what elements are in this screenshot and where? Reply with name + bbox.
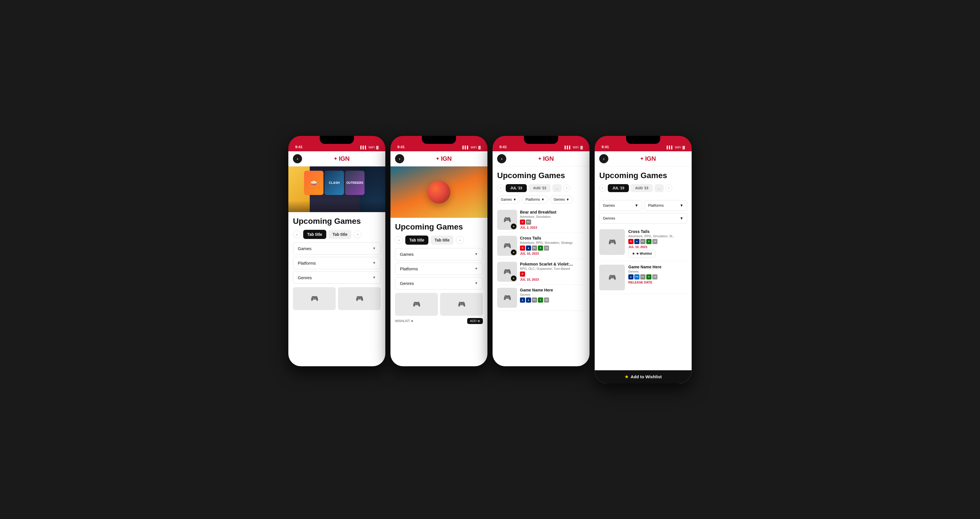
date-tab-aug-4[interactable]: AUG '23: [631, 184, 653, 192]
back-button-3[interactable]: ›: [497, 154, 506, 163]
status-bar-3: 9:41 ▌▌▌ WiFi ▓: [493, 136, 590, 151]
tab-1-inactive[interactable]: Tab title: [329, 230, 352, 239]
page-title-1: Upcoming Games: [293, 217, 381, 226]
filters-stacked-4: Games ▼ Platforms ▼ Genres ▼: [595, 200, 692, 224]
date-next-3[interactable]: ›: [563, 185, 570, 192]
game-thumb-pokemon: 🎮 ★: [497, 262, 517, 282]
date-tab-aug-3[interactable]: AUG '23: [528, 184, 551, 192]
ign-star-2: ✦: [436, 156, 440, 162]
game-thumb-cross-4: 🎮: [599, 229, 625, 255]
back-button-4[interactable]: ›: [599, 154, 608, 163]
date-tab-more-4[interactable]: …: [655, 184, 664, 192]
platforms-pill-3[interactable]: Platforms ▼: [522, 196, 549, 204]
notch-3: [524, 136, 558, 144]
pt-more-c4: +2: [652, 239, 657, 244]
wishlist-text-4: ★ Wishlist: [636, 252, 652, 256]
tab-2-active[interactable]: Tab title: [405, 236, 428, 245]
game-card-2a[interactable]: 🎮: [395, 293, 438, 316]
ign-logo-2: ✦ IGN: [436, 155, 452, 163]
platform-tags-cross: N ▲ PC X +2: [520, 246, 585, 251]
date-tab-jul-4[interactable]: JUL '23: [608, 184, 629, 192]
tab-prev-1[interactable]: ‹: [293, 230, 301, 238]
tab-1-active[interactable]: Tab title: [303, 230, 326, 239]
game-genres-generic: Genres: [520, 293, 585, 296]
page-title-3: Upcoming Games: [497, 171, 585, 180]
platforms-filter-4[interactable]: Platforms ▼: [644, 200, 687, 211]
tab-2-inactive[interactable]: Tab title: [431, 236, 454, 245]
pt-ps2-g: ▲: [526, 297, 531, 303]
platforms-pill-chevron-3: ▼: [541, 198, 544, 201]
tab-next-1[interactable]: ›: [354, 230, 362, 238]
status-time-1: 9:41: [295, 145, 302, 149]
wishlist-badge-pokemon: ★: [511, 275, 517, 281]
genres-filter-4[interactable]: Genres ▼: [599, 213, 687, 224]
pt-nintendo-bear: N: [520, 220, 525, 225]
genres-filter-1[interactable]: Genres ▼: [293, 271, 381, 284]
tab-prev-2[interactable]: ‹: [395, 236, 403, 244]
release-date-cross: JUL 10, 2023: [520, 252, 585, 255]
hero-collage-1: 🥁 CLASH OUTRIDERS: [288, 166, 385, 212]
date-prev-4[interactable]: ‹: [599, 185, 606, 192]
ign-text-4: IGN: [645, 155, 656, 163]
date-tab-more-3[interactable]: …: [552, 184, 562, 192]
hero-big-2: [390, 166, 487, 218]
platforms-chevron-4: ▼: [680, 203, 683, 208]
tab-next-2[interactable]: ›: [456, 236, 464, 244]
status-time-4: 9:41: [601, 145, 609, 149]
game-list-4: 🎮 Cross Tails Adventure, RPG, Simulation…: [595, 226, 692, 294]
date-prev-3[interactable]: ‹: [497, 185, 504, 192]
list-item-pokemon[interactable]: 🎮 ★ Pokemon Scarlet & Violet:... RPG, DL…: [497, 259, 585, 285]
list-item-generic[interactable]: 🎮 Game Name Here Genres ▲ ▲ PC X +2: [497, 285, 585, 311]
back-button-1[interactable]: ›: [293, 154, 302, 163]
battery-icon-2: ▓: [478, 145, 480, 149]
game-card-generic-4[interactable]: 🎮 Game Name Here Genres ▲ PS PC X +2: [599, 261, 687, 294]
list-item-bear[interactable]: 🎮 ★ Bear and Breakfast Adventure, Simula…: [497, 207, 585, 233]
wishlist-button-4[interactable]: ★ ★ Wishlist: [628, 250, 655, 257]
app-header-2: › ✦ IGN: [390, 151, 487, 166]
game-info-generic-4: Game Name Here Genres ▲ PS PC X +2 RELEA…: [628, 265, 687, 290]
pt-ps-g4: ▲: [628, 274, 633, 279]
games-pill-3[interactable]: Games ▼: [497, 196, 520, 204]
controller-icon-1b: 🎮: [356, 295, 363, 302]
controller-icon-2b: 🎮: [458, 300, 466, 308]
controller-cross: 🎮: [503, 242, 511, 249]
game-card-1a[interactable]: 🎮: [293, 287, 336, 310]
date-next-4[interactable]: ›: [665, 185, 672, 192]
ign-logo-4: ✦ IGN: [640, 155, 656, 163]
game-card-1b[interactable]: 🎮: [338, 287, 381, 310]
wifi-icon-3: WiFi: [573, 145, 579, 149]
pt-ps-c4: ▲: [634, 239, 640, 244]
status-bar-1: 9:41 ▌▌▌ WiFi ▓: [288, 136, 385, 151]
add-wishlist-star-4: ★: [625, 374, 628, 379]
game-card-cross-4[interactable]: 🎮 Cross Tails Adventure, RPG, Simulation…: [599, 226, 687, 261]
games-filter-4[interactable]: Games ▼: [599, 200, 642, 211]
ign-star-3: ✦: [538, 156, 542, 162]
genres-filter-2[interactable]: Genres ▼: [395, 277, 483, 289]
game-card-2b[interactable]: 🎮: [440, 293, 483, 316]
platforms-label-4: Platforms: [648, 203, 664, 208]
add-label-2[interactable]: ADD ⊕: [467, 318, 483, 324]
platforms-filter-1[interactable]: Platforms ▼: [293, 257, 381, 269]
phone-3: 9:41 ▌▌▌ WiFi ▓ › ✦ IGN Upcoming Games ‹…: [493, 136, 590, 366]
wishlist-label-2: WISHLIST ★: [395, 319, 414, 323]
genres-pill-3[interactable]: Genres ▼: [550, 196, 573, 204]
back-button-2[interactable]: ›: [395, 154, 404, 163]
platforms-filter-2[interactable]: Platforms ▼: [395, 263, 483, 275]
date-tab-jul-3[interactable]: JUL '23: [506, 184, 527, 192]
battery-icon-4: ▓: [682, 145, 685, 149]
add-wishlist-bar-4[interactable]: ★ Add to Wishlist: [595, 370, 692, 383]
game-thumb-row-2: 🎮 🎮: [395, 293, 483, 316]
page-title-2: Upcoming Games: [395, 222, 483, 232]
list-item-cross[interactable]: 🎮 ★ Cross Tails Adventure, RPG, Simulati…: [497, 233, 585, 259]
game-genres-generic-4: Genres: [628, 270, 687, 273]
content-1: 🥁 CLASH OUTRIDERS Upcoming Games ‹ Tab t…: [288, 166, 385, 366]
genres-chevron-1: ▼: [372, 275, 376, 279]
date-tabs-4: ‹ JUL '23 AUG '23 … ›: [599, 184, 687, 192]
game-name-pokemon: Pokemon Scarlet & Violet:...: [520, 262, 585, 266]
status-bar-2: 9:41 ▌▌▌ WiFi ▓: [390, 136, 487, 151]
add-wishlist-text-4: Add to Wishlist: [631, 374, 662, 379]
games-filter-1[interactable]: Games ▼: [293, 243, 381, 255]
signal-icon-4: ▌▌▌: [667, 145, 673, 149]
games-filter-2[interactable]: Games ▼: [395, 248, 483, 260]
status-bar-4: 9:41 ▌▌▌ WiFi ▓: [595, 136, 692, 151]
